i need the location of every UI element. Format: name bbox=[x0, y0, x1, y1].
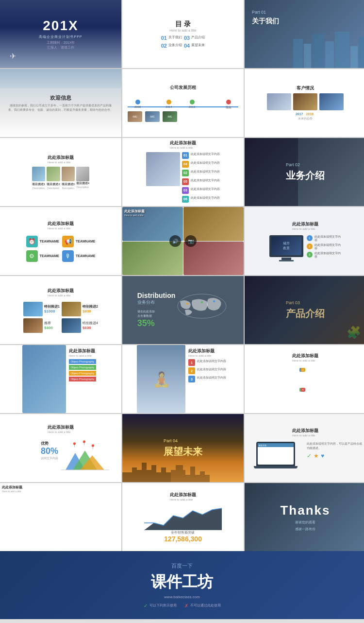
laptop-header: 此处添加标题 Here to add a title bbox=[292, 428, 318, 437]
pricing-header: 此处添加标题 Here to add a title bbox=[48, 288, 74, 297]
num-text-4: 此处添加说明文字内容 bbox=[191, 178, 220, 182]
mosaic-grid bbox=[60, 493, 61, 551]
toc-num-4: 04 bbox=[184, 43, 190, 49]
svg-point-10 bbox=[213, 300, 215, 302]
part04-content: Part 04 展望未来 bbox=[158, 433, 208, 464]
photo-grid-content: 1 2 3 4 bbox=[305, 367, 306, 406]
monitor-badge-1: 1 bbox=[307, 235, 313, 241]
numbered-subtitle: Here to add a title bbox=[170, 146, 196, 149]
toc-text-1: 关于我们 bbox=[168, 35, 182, 40]
monitor-item-1: 1 此处添加说明文字内容 bbox=[307, 235, 342, 242]
numbered-photo-img: 🧘 bbox=[137, 345, 185, 413]
price-info-4: 特别推进4 $600 bbox=[83, 321, 98, 330]
monitor-list: 1 此处添加说明文字内容 2 此处添加说明文字内容 3 此处添加说明文字内容 bbox=[307, 235, 342, 261]
svg-rect-0 bbox=[293, 39, 303, 68]
laptop-graphic: 键盘界面 bbox=[248, 442, 304, 468]
laptop-base bbox=[254, 466, 298, 468]
photo-grid-header: 此处添加标题 Here to add a title bbox=[292, 353, 318, 362]
slide-laptop: 此处添加标题 Here to add a title 键盘界面 此处添加说明文字… bbox=[245, 414, 364, 482]
slide-part03: Part 03 产品介绍 🧩 bbox=[245, 276, 364, 344]
watermark-note1: ✓ 可以下列所示使用 bbox=[144, 603, 177, 608]
team-grid: ⏰ TEAMNAME 📢 TEAMNAME ⚙ TEAMNAME 🎙 TEAMN… bbox=[26, 236, 96, 262]
adv-stats: 优势 80% 说明文字内容 bbox=[41, 441, 58, 461]
num-badge-3: 02 bbox=[182, 170, 189, 176]
part01-title: 关于我们 bbox=[252, 17, 279, 26]
num-item-2: 04 此处添加说明文字内容 bbox=[182, 161, 220, 168]
num-item-3: 02 此处添加说明文字内容 bbox=[182, 170, 220, 176]
watermark-logo: 百度一下 bbox=[171, 562, 193, 570]
laptop-content: 键盘界面 此处添加说明文字内容，可以是产品特点或功能描述。 ✓ ★ ♥ bbox=[248, 442, 363, 468]
part04-title: 展望未来 bbox=[164, 445, 202, 458]
num-text-1: 此处添加说明文字内容 bbox=[191, 152, 220, 156]
team-item-4: 🎙 TEAMNAME bbox=[62, 250, 95, 262]
slide-photo-text: 此处添加标题 Here to add a title Object Photog… bbox=[0, 345, 121, 413]
slide-numbered-list: 此处添加标题 Here to add a title 01 此处添加说明文字内容… bbox=[122, 138, 244, 206]
cover-info1: 工期限时：201X年 bbox=[47, 40, 75, 45]
dist-content: Distribution 业务分布 请在此处添加 点击量数据 35% bbox=[137, 292, 229, 329]
svg-rect-2 bbox=[312, 34, 324, 68]
slide-advantage: 此处添加标题 Here to add a title 📍 📍 📍 优势 80% … bbox=[0, 414, 121, 482]
laptop-screen: 键盘界面 bbox=[256, 442, 295, 466]
slide-history: 公司发展历程 2008 2014 2013 现在 IMG bbox=[122, 69, 244, 137]
mosaic-header: 此处添加标题 Here to add a title bbox=[2, 485, 22, 493]
np-item-1: 1 此处添加说明文字内容 bbox=[188, 359, 226, 366]
monitor-badge-2: 2 bbox=[307, 243, 313, 249]
numbered-photo-title: 此处添加标题 bbox=[188, 348, 226, 354]
project-item-4: 项目描述4 Description bbox=[76, 167, 89, 190]
team-header: 此处添加标题 Here to add a title bbox=[48, 221, 74, 230]
client-years: 2017 2018 bbox=[296, 112, 315, 116]
num-text-3: 此处添加说明文字内容 bbox=[191, 170, 220, 173]
stats-label: 全年销售额突破 bbox=[164, 530, 202, 535]
slide-numbered-photo: 🧘 此处添加标题 Here to add a title 1 此处添加说明文字内… bbox=[122, 345, 244, 413]
history-images: IMG IMG IMG bbox=[128, 111, 177, 122]
price-info-1: 特别推进1 $1000 bbox=[44, 304, 60, 313]
monitor-content: 城市夜景 1 此处添加说明文字内容 2 此处添加说明文字内容 3 此处添 bbox=[268, 235, 342, 261]
numbered-content: 01 此处添加说明文字内容 04 此处添加说明文字内容 02 此处添加说明文字内… bbox=[146, 152, 220, 205]
photo-text-layout: 此处添加标题 Here to add a title Object Photog… bbox=[22, 345, 99, 413]
num-text-6: 此处添加说明文字内容 bbox=[191, 196, 220, 200]
toc-item-3: 03 产品介绍 bbox=[184, 35, 205, 41]
laptop-icons: ✓ ★ ♥ bbox=[307, 452, 363, 459]
part01-label: Part 01 bbox=[252, 10, 266, 15]
num-badge-4: 05 bbox=[182, 178, 189, 185]
svg-point-8 bbox=[186, 303, 188, 305]
stats-subtitle: Here to add a title bbox=[170, 498, 196, 501]
settings-icon: ⚙ bbox=[26, 250, 38, 262]
slide-part02: Part 02 业务介绍 bbox=[245, 138, 364, 206]
buildings-icon bbox=[293, 29, 364, 68]
part03-content: Part 03 产品介绍 bbox=[280, 294, 331, 326]
toc-item-1: 01 关于我们 bbox=[161, 35, 182, 41]
thanks-content: Thanks 谢谢您的观看 感谢一路有你 bbox=[280, 503, 330, 532]
slide-part01: Part 01 关于我们 bbox=[245, 0, 364, 68]
monitor-title: 此处添加标题 bbox=[292, 221, 318, 227]
team-item-1: ⏰ TEAMNAME bbox=[26, 236, 59, 247]
toc-subtitle: Here to add a title bbox=[169, 29, 196, 32]
star-icon: ★ bbox=[314, 452, 319, 459]
project-items: 项目描述1 Description 项目描述2 Description 项目描述… bbox=[32, 167, 89, 190]
history-timeline: 2008 2014 2013 现在 IMG IMG IMG bbox=[125, 93, 241, 122]
toc-text-2: 业务介绍 bbox=[168, 43, 182, 48]
pin-1: 📍 bbox=[71, 442, 77, 448]
laptop-title: 此处添加标题 bbox=[292, 428, 318, 434]
slide-team-icons: 此处添加标题 Here to add a title ⏰ TEAMNAME 📢 … bbox=[0, 207, 121, 275]
watermark-title: 课件工坊 bbox=[151, 571, 213, 593]
num-badge-6: 06 bbox=[182, 196, 189, 203]
project-header: 此处添加标题 Here to add a title bbox=[48, 155, 74, 164]
toc-text-4: 展望未来 bbox=[191, 43, 205, 48]
toc-grid: 01 关于我们 03 产品介绍 02 业务介绍 04 展望未来 bbox=[161, 35, 205, 49]
dist-title: Distribution bbox=[137, 292, 176, 299]
watermark-sub: www.baikeclass.com bbox=[164, 595, 200, 599]
team-item-2: 📢 TEAMNAME bbox=[62, 236, 95, 247]
price-item-2: 特别推进2 $800 bbox=[62, 302, 98, 316]
photo-text-box-4: Object Photography bbox=[69, 377, 97, 381]
stats-header: 此处添加标题 Here to add a title bbox=[170, 492, 196, 501]
cover-year: 201X bbox=[43, 18, 78, 34]
slide-part04: Part 04 展望未来 bbox=[122, 414, 244, 482]
pricing-title: 此处添加标题 bbox=[48, 288, 74, 294]
team-subtitle: Here to add a title bbox=[48, 227, 74, 230]
pin-3: 📍 bbox=[90, 444, 96, 450]
monitor-item-3: 3 此处添加说明文字内容 bbox=[307, 252, 342, 259]
slide-toc: 目 录 Here to add a title 01 关于我们 03 产品介绍 … bbox=[122, 0, 244, 68]
heart-icon: ♥ bbox=[321, 452, 324, 459]
team-label-2: TEAMNAME bbox=[76, 240, 95, 243]
